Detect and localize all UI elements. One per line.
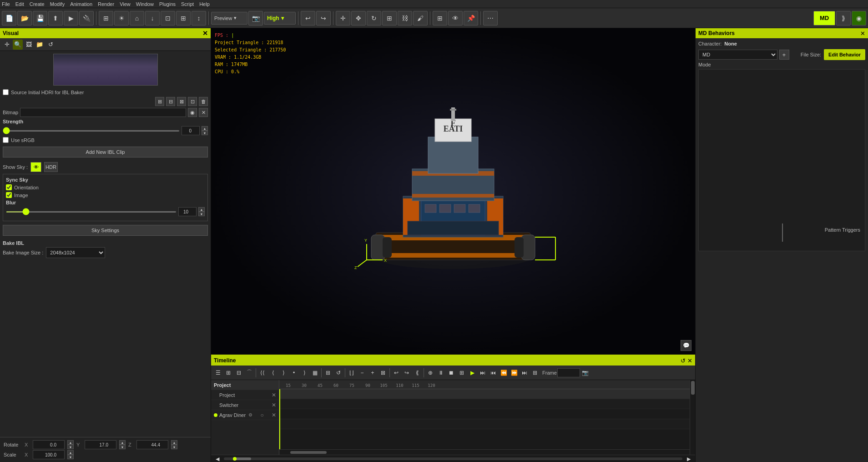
strength-up[interactable]: ▲ [202, 126, 208, 131]
agrav-track-close[interactable]: ✕ [272, 412, 276, 418]
visual-refresh-btn[interactable]: ↺ [45, 40, 56, 50]
visual-image-btn[interactable]: 🖼 [24, 40, 34, 50]
export-button[interactable]: ▶ [64, 11, 78, 25]
menu-edit[interactable]: Edit [15, 1, 24, 7]
md-logo-button[interactable]: MD [813, 11, 835, 25]
tl-collapse-btn[interactable]: ⟪ [412, 367, 422, 378]
bottom-scroll-track[interactable] [224, 457, 682, 460]
preview-dropdown[interactable]: Preview ▾ [211, 12, 247, 25]
strength-down[interactable]: ▼ [202, 131, 208, 135]
import-button[interactable]: ⬆ [48, 11, 63, 25]
scale-x-up[interactable]: ▲ [67, 450, 74, 455]
blur-slider[interactable] [6, 211, 177, 213]
bitmap-browse-btn[interactable]: ◉ [188, 108, 197, 117]
menu-animation[interactable]: Animation [70, 1, 92, 7]
tl-redo-wave-btn[interactable]: ↪ [402, 367, 412, 378]
undo-button[interactable]: ↩ [301, 11, 315, 25]
show-sky-eye-btn[interactable]: 👁 [30, 162, 41, 172]
frame-input[interactable] [557, 368, 580, 377]
quality-dropdown[interactable]: High ▾ [264, 12, 296, 25]
tl-plus-btn[interactable]: + [368, 367, 378, 378]
icon-btn-2[interactable]: ⊟ [166, 97, 175, 106]
timeline-refresh-btn[interactable]: ↺ [681, 357, 686, 364]
tl-slow-btn[interactable]: ⏪ [499, 367, 509, 378]
timeline-close-btn[interactable]: ✕ [687, 357, 692, 364]
visual-select-btn[interactable]: ✛ [2, 40, 12, 50]
blur-up[interactable]: ▲ [198, 207, 205, 212]
sun-button[interactable]: ☀ [114, 11, 129, 25]
icon-btn-5[interactable]: 🗑 [199, 97, 208, 106]
rotate-z-down[interactable]: ▼ [171, 445, 177, 449]
visual-close-icon[interactable]: ✕ [202, 30, 208, 37]
tl-next-key-btn[interactable]: ⟩ [299, 367, 309, 378]
tl-toggle-btn[interactable]: ☰ [213, 367, 223, 378]
tl-pause-btn[interactable]: ⏸ [436, 367, 446, 378]
tl-zoom-in-btn[interactable]: ⊕ [425, 367, 435, 378]
blur-input[interactable]: 10 [178, 207, 197, 216]
home-button[interactable]: ⌂ [130, 11, 144, 25]
icon-btn-1[interactable]: ⊞ [155, 97, 164, 106]
menu-create[interactable]: Create [30, 1, 45, 7]
frame-button[interactable]: ⊡ [161, 11, 175, 25]
menu-render[interactable]: Render [98, 1, 114, 7]
tl-view-btn[interactable]: ⊞ [530, 367, 540, 378]
menu-plugins[interactable]: Plugins [159, 1, 176, 7]
icon-btn-4[interactable]: ⊡ [188, 97, 197, 106]
scale-x-input[interactable]: 100.0 [33, 450, 65, 459]
rotate-tool-button[interactable]: ↻ [367, 11, 381, 25]
menu-file[interactable]: File [2, 1, 10, 7]
expand-panel-button[interactable]: ⟫ [836, 11, 851, 25]
link-button[interactable]: ⛓ [398, 11, 412, 25]
rotate-y-down[interactable]: ▼ [119, 445, 126, 449]
green-mode-button[interactable]: ◉ [852, 11, 866, 25]
tl-undo-wave-btn[interactable]: ↩ [391, 367, 401, 378]
tl-minus-btn[interactable]: − [357, 367, 367, 378]
rotate-x-input[interactable]: 0.0 [33, 440, 65, 449]
add-ibl-btn[interactable]: Add New IBL Clip [3, 147, 208, 157]
icon-btn-3[interactable]: ⊠ [177, 97, 186, 106]
camera-button[interactable]: 📷 [248, 11, 263, 25]
switcher-track-close[interactable]: ✕ [272, 402, 276, 408]
md-add-btn[interactable]: + [779, 50, 789, 60]
tl-rec-btn[interactable]: ⊞ [223, 367, 233, 378]
save-button[interactable]: 💾 [33, 11, 47, 25]
grid-button[interactable]: ⊞ [99, 11, 113, 25]
md-character-dropdown[interactable]: MD [698, 50, 777, 60]
strength-slider[interactable] [3, 130, 180, 132]
cursor-button[interactable]: ↕ [192, 11, 206, 25]
show-sky-hdr-btn[interactable]: HDR [44, 162, 58, 172]
rotate-z-input[interactable]: 44.4 [136, 440, 168, 449]
rotate-x-down[interactable]: ▼ [67, 445, 74, 449]
tl-rec2-btn[interactable]: ⊞ [457, 367, 467, 378]
more-button[interactable]: ⋯ [483, 11, 498, 25]
tl-curve-btn[interactable]: ⌒ [244, 367, 254, 378]
project-track-close[interactable]: ✕ [272, 392, 276, 398]
eye-button[interactable]: 👁 [448, 11, 463, 25]
scale-tool-button[interactable]: ⊞ [382, 11, 397, 25]
right-arrow-icon[interactable]: ▶ [687, 456, 691, 462]
bake-size-dropdown[interactable]: 512x256 1024x512 2048x1024 4096x2048 [46, 247, 105, 258]
timeline-scroll-thumb[interactable] [290, 451, 327, 454]
visual-folder-btn[interactable]: 📁 [35, 40, 45, 50]
tl-range2-btn[interactable]: ⊠ [378, 367, 388, 378]
tl-vscroll-thumb[interactable] [691, 381, 695, 395]
menu-modify[interactable]: Modify [50, 1, 65, 7]
tl-stop-btn[interactable]: ⏹ [446, 367, 456, 378]
tl-last-btn[interactable]: ⏭ [520, 367, 530, 378]
tl-prev-key-btn[interactable]: ⟨ [268, 367, 278, 378]
comment-button[interactable]: 💬 [681, 340, 691, 351]
redo-button[interactable]: ↪ [316, 11, 331, 25]
rotate-x-up[interactable]: ▲ [67, 440, 74, 445]
edit-behavior-btn[interactable]: Edit Behavior [824, 49, 865, 60]
tl-fast-btn[interactable]: ⏩ [509, 367, 519, 378]
tl-capture-btn[interactable]: 📷 [580, 367, 590, 378]
expand-button[interactable]: ⊞ [176, 11, 191, 25]
playhead[interactable] [279, 389, 280, 449]
tl-dot-btn[interactable]: • [289, 367, 299, 378]
blur-down[interactable]: ▼ [198, 212, 205, 216]
menu-script[interactable]: Script [181, 1, 194, 7]
open-button[interactable]: 📂 [17, 11, 32, 25]
rotate-y-input[interactable]: 17.0 [85, 440, 116, 449]
md-behaviors-close-btn[interactable]: ✕ [860, 30, 865, 37]
visual-search-btn[interactable]: 🔍 [13, 40, 23, 50]
